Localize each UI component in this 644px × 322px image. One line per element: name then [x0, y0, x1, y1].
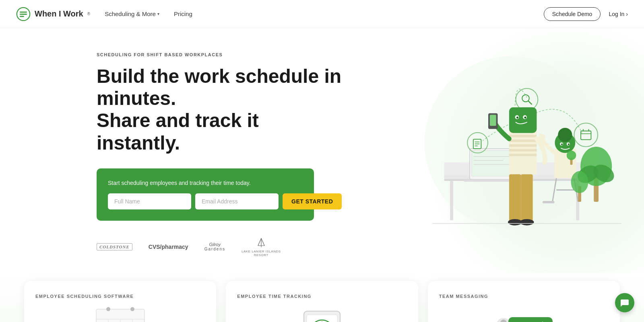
hero-form-box: Start scheduling employees and tracking … — [97, 168, 314, 221]
svg-point-71 — [130, 307, 134, 311]
logo-icon — [16, 7, 31, 21]
chat-support-button[interactable] — [615, 293, 634, 312]
nav-link-pricing-label: Pricing — [174, 10, 192, 17]
svg-rect-20 — [509, 139, 537, 142]
hero-title-line2: Share and track it instantly. — [97, 110, 259, 153]
svg-rect-19 — [509, 135, 537, 137]
svg-rect-29 — [490, 115, 496, 126]
svg-rect-2 — [20, 14, 27, 15]
email-input[interactable] — [195, 193, 279, 209]
hero-illustration — [386, 52, 628, 237]
hero-illustration-svg — [386, 52, 628, 237]
nav-link-scheduling[interactable]: Scheduling & More ▾ — [105, 10, 159, 17]
svg-rect-25 — [521, 174, 533, 221]
svg-point-37 — [558, 128, 572, 142]
hero-right — [346, 52, 628, 237]
hero-title-line1: Build the work schedule in minutes. — [97, 66, 341, 109]
logo-text: When I Work — [35, 9, 83, 18]
hero-section: SCHEDULING FOR SHIFT BASED WORKPLACES Bu… — [0, 28, 644, 273]
time-tracking-illustration — [286, 305, 358, 322]
hero-form-description: Start scheduling employees and tracking … — [108, 180, 303, 186]
coldstone-logo: COLDSTONE — [97, 243, 132, 250]
svg-point-51 — [571, 171, 588, 193]
lake-lanier-logo: LAKE LANIER ISLANDSRESORT — [242, 237, 281, 257]
hero-left: SCHEDULING FOR SHIFT BASED WORKPLACES Bu… — [97, 52, 346, 257]
svg-rect-30 — [509, 107, 537, 133]
hero-form-row: GET STARTED — [108, 193, 303, 209]
logo-link[interactable]: When I Work ® — [16, 7, 90, 21]
svg-rect-24 — [509, 174, 521, 221]
feature-img-time-tracking — [237, 305, 407, 322]
svg-rect-9 — [450, 181, 453, 220]
svg-rect-3 — [20, 16, 24, 17]
svg-point-53 — [567, 151, 576, 160]
login-link[interactable]: Log In › — [609, 11, 628, 17]
svg-rect-21 — [509, 144, 537, 147]
feature-label-messaging: TEAM MESSAGING — [439, 294, 609, 299]
svg-point-40 — [561, 144, 563, 145]
get-started-button[interactable]: GET STARTED — [283, 193, 342, 209]
chevron-down-icon: ▾ — [157, 12, 159, 16]
nav-link-scheduling-label: Scheduling & More — [105, 10, 156, 17]
gilroy-logo: Gilroy Gardens — [204, 242, 225, 251]
svg-point-27 — [520, 219, 534, 226]
messaging-illustration: Can anyone cover for me? Sorry, I'm busy… — [479, 305, 568, 322]
login-arrow-icon: › — [626, 11, 628, 17]
feature-card-scheduling: EMPLOYEE SCHEDULING SOFTWARE — [24, 281, 216, 322]
nav-links: Scheduling & More ▾ Pricing — [105, 10, 192, 17]
svg-rect-23 — [509, 154, 537, 156]
feature-img-messaging: Can anyone cover for me? Sorry, I'm busy… — [439, 305, 609, 322]
cvs-logo: CVS/pharmacy — [149, 244, 188, 250]
svg-point-34 — [524, 117, 526, 119]
logo-trademark: ® — [87, 12, 90, 16]
svg-point-33 — [516, 117, 518, 119]
chat-icon — [620, 298, 630, 308]
svg-point-41 — [568, 144, 570, 145]
svg-point-70 — [106, 307, 110, 311]
svg-rect-54 — [543, 201, 554, 203]
feature-img-scheduling: ✓ ✗ ✓ ✗ ✓ ✗ ✓ — [35, 305, 205, 322]
login-label: Log In — [609, 11, 624, 17]
sailboat-icon — [253, 237, 269, 249]
svg-point-42 — [539, 134, 545, 140]
svg-rect-1 — [20, 11, 27, 12]
nav-left: When I Work ® Scheduling & More ▾ Pricin… — [16, 7, 192, 21]
nav-right: Schedule Demo Log In › — [544, 7, 628, 21]
hero-title: Build the work schedule in minutes. Shar… — [97, 65, 346, 154]
full-name-input[interactable] — [108, 193, 191, 209]
svg-rect-13 — [472, 151, 515, 176]
feature-label-time-tracking: EMPLOYEE TIME TRACKING — [237, 294, 407, 299]
nav-link-pricing[interactable]: Pricing — [174, 10, 192, 17]
schedule-demo-button[interactable]: Schedule Demo — [544, 7, 601, 21]
features-section: EMPLOYEE SCHEDULING SOFTWARE — [0, 281, 644, 322]
svg-rect-22 — [509, 149, 537, 152]
scheduling-illustration: ✓ ✗ ✓ ✗ ✓ ✗ ✓ — [80, 305, 161, 322]
feature-label-scheduling: EMPLOYEE SCHEDULING SOFTWARE — [35, 294, 205, 299]
feature-card-messaging: TEAM MESSAGING Ca — [428, 281, 620, 322]
feature-card-time-tracking: EMPLOYEE TIME TRACKING — [226, 281, 418, 322]
navbar: When I Work ® Scheduling & More ▾ Pricin… — [0, 0, 644, 28]
partner-logos: COLDSTONE CVS/pharmacy Gilroy Gardens LA… — [97, 237, 346, 257]
svg-rect-18 — [509, 131, 537, 174]
hero-eyebrow: SCHEDULING FOR SHIFT BASED WORKPLACES — [97, 52, 346, 57]
